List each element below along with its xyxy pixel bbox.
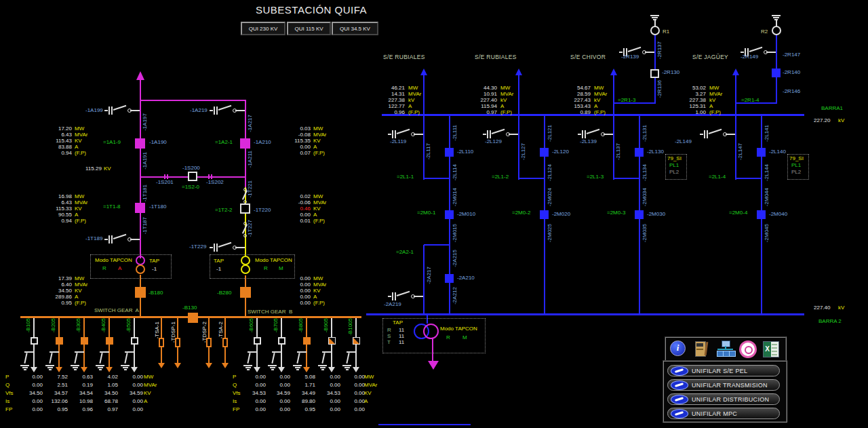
circuit-line: [331, 318, 332, 337]
table-value: 0.00: [18, 382, 43, 388]
breaker[interactable]: [135, 203, 145, 213]
earth-switch[interactable]: [104, 234, 141, 246]
feeder-breaker[interactable]: [106, 337, 113, 345]
circuit-line: [613, 115, 614, 180]
earth-switch-part: [585, 130, 586, 138]
device-label: -2M035: [642, 224, 648, 242]
table-row-label: Vfs: [5, 390, 14, 396]
breaker[interactable]: [540, 210, 549, 219]
disconnector-part: [243, 200, 247, 203]
measure-value: -0.08: [281, 132, 311, 138]
earth-switch-part: [24, 353, 27, 364]
schematic-text: A: [118, 265, 121, 271]
line-header-rubiales-2: S/E RUBIALES: [475, 54, 517, 60]
breaker[interactable]: [240, 203, 250, 214]
feeder-breaker[interactable]: [278, 337, 285, 345]
device-label: -1T227: [247, 220, 253, 237]
breaker[interactable]: [635, 148, 644, 157]
schematic-text: Modo TAPCON: [95, 257, 132, 263]
table-value: 0.00: [340, 406, 365, 412]
circuit-line: [378, 424, 471, 425]
table-value: 0.00: [241, 406, 266, 412]
feeder-breaker[interactable]: [56, 337, 63, 345]
breaker[interactable]: [135, 287, 146, 298]
earth-switch[interactable]: [210, 242, 246, 254]
feeder-breaker[interactable]: [81, 337, 88, 345]
breaker[interactable]: [772, 69, 781, 77]
breaker[interactable]: [240, 138, 250, 149]
voltage-button-115kv[interactable]: QUI 115 KV: [287, 22, 331, 35]
nav-button-unifilar-distribucion[interactable]: UNIFILAR DISTRIBUCION: [667, 393, 780, 405]
line-header-rubiales-1: S/E RUBIALES: [383, 54, 425, 60]
voltage-button-34kv[interactable]: QUI 34.5 KV: [332, 22, 378, 35]
measure-unit: KV: [313, 138, 321, 144]
feeder-breaker[interactable]: [303, 337, 311, 345]
power-icon[interactable]: [739, 341, 757, 357]
feeder-breaker[interactable]: [254, 337, 261, 345]
measure-value: 0.00: [281, 300, 311, 306]
nav-button-unifilar-mpc[interactable]: UNIFILAR MPC: [667, 408, 780, 419]
measure-unit: (F.P): [75, 150, 86, 156]
measure-unit: (F.P): [313, 300, 325, 306]
earth-switch[interactable]: [104, 105, 141, 117]
excel-icon[interactable]: X: [762, 341, 780, 357]
measure-value: 227.38: [375, 97, 405, 103]
earth-switch-part: [397, 291, 410, 296]
breaker[interactable]: [635, 210, 644, 219]
table-value: 7.52: [43, 374, 68, 380]
table-value: 34.53: [316, 390, 340, 396]
breaker[interactable]: [240, 287, 251, 298]
earth-switch[interactable]: [700, 129, 736, 141]
feeder-breaker[interactable]: [328, 337, 336, 345]
measure-value: 115.35: [281, 138, 311, 144]
table-row-label: FP: [5, 406, 12, 412]
breaker[interactable]: [757, 148, 766, 157]
device-label: -1S200: [182, 165, 200, 171]
meter-icon[interactable]: [693, 341, 711, 357]
brand-logo-icon: [671, 381, 688, 390]
schematic-text: R: [446, 334, 450, 341]
measure-value: 6.43: [42, 199, 72, 206]
device-label: -2L121: [547, 125, 553, 142]
table-value: 68.78: [94, 398, 118, 404]
breaker[interactable]: [540, 148, 549, 157]
flow-arrow: [328, 367, 335, 372]
table-value: 0.19: [68, 382, 93, 388]
breaker[interactable]: [445, 274, 454, 283]
device-label: =2A2-1: [396, 249, 414, 255]
breaker[interactable]: [135, 138, 145, 149]
schematic-text: 79_SI: [667, 155, 682, 161]
breaker[interactable]: [188, 172, 197, 181]
earth-switch[interactable]: [210, 105, 246, 117]
brand-logo-icon: [671, 366, 688, 376]
schematic-text: PL2: [669, 169, 679, 175]
measure-value: 34.50: [42, 288, 72, 294]
flow-arrow: [610, 69, 617, 75]
breaker[interactable]: [445, 210, 454, 219]
breaker[interactable]: [757, 210, 766, 219]
device-label: =2M0-2: [512, 210, 530, 216]
measure-unit: A: [313, 212, 317, 218]
info-icon[interactable]: i: [670, 341, 688, 357]
breaker[interactable]: [445, 148, 454, 157]
device-label: -2L117: [425, 143, 431, 159]
earth-switch-part: [392, 130, 393, 138]
table-value: 0.00: [316, 382, 340, 388]
schematic-text: R2: [761, 28, 768, 35]
device-label: -2A212: [452, 287, 458, 305]
breaker[interactable]: [650, 69, 659, 78]
schematic-text: T: [387, 339, 391, 345]
network-icon[interactable]: [716, 341, 734, 357]
nav-button-unifilar-se-pel[interactable]: UNIFILAR S/E PEL: [667, 365, 780, 376]
breaker[interactable]: [188, 313, 198, 323]
schematic-text: KV: [104, 166, 111, 172]
nav-button-label: UNIFILAR MPC: [692, 410, 737, 417]
device-label: -2L141: [764, 125, 770, 142]
nav-button-unifilar-transmision[interactable]: UNIFILAR TRANSMISION: [667, 379, 780, 391]
voltage-button-230kv[interactable]: QUI 230 KV: [241, 22, 285, 35]
earth-switch-part: [628, 47, 642, 52]
table-value: 0.00: [241, 398, 266, 404]
feeder-breaker[interactable]: [353, 337, 360, 345]
feeder-breaker[interactable]: [131, 337, 138, 345]
feeder-breaker[interactable]: [31, 337, 38, 345]
